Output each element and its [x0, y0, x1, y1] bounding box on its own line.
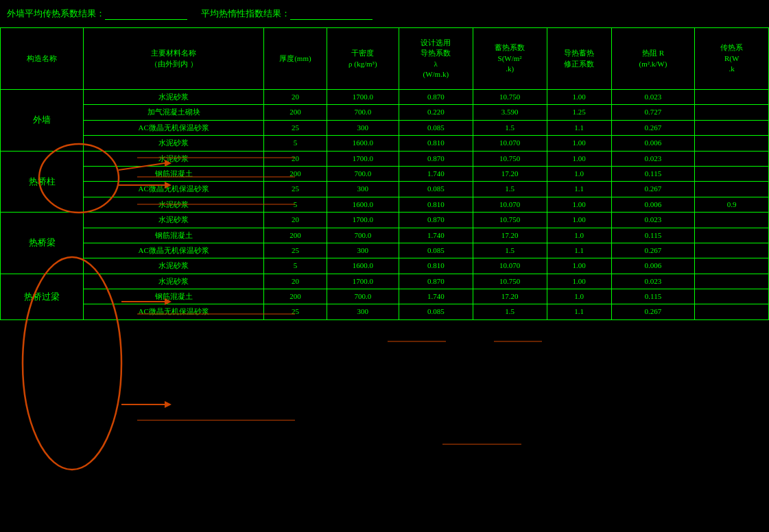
material-name: AC微晶无机保温砂浆	[84, 304, 264, 319]
density-cell: 1700.0	[327, 151, 399, 166]
col-header-density: 干密度 ρ (kg/m³)	[327, 28, 399, 90]
correction-cell: 1.00	[547, 151, 611, 166]
material-name: 水泥砂浆	[84, 197, 264, 212]
thickness-cell: 25	[264, 304, 327, 319]
correction-cell: 1.0	[547, 166, 611, 181]
correction-cell: 1.0	[547, 228, 611, 243]
correction-cell: 1.1	[547, 120, 611, 135]
page-container: 外墙平均传热系数结果： 平均热惰性指数结果： CET 构造名称	[0, 0, 769, 532]
col-header-material: 主要材料名称 （由外到内 ）	[84, 28, 264, 90]
sheat-cell: 17.20	[473, 289, 547, 304]
heattrans-cell	[695, 90, 769, 105]
lambda-cell: 0.810	[399, 136, 473, 151]
correction-cell: 1.00	[547, 90, 611, 105]
sheat-cell: 10.070	[473, 197, 547, 212]
table-row: 加气混凝土砌块200700.00.2203.5901.250.727	[1, 105, 769, 120]
heattrans-cell	[695, 258, 769, 274]
heattrans-cell	[695, 243, 769, 258]
thickness-cell: 200	[264, 166, 327, 181]
lambda-cell: 0.870	[399, 274, 473, 289]
sheat-cell: 1.5	[473, 243, 547, 258]
sheat-cell: 17.20	[473, 166, 547, 181]
material-name: 钢筋混凝土	[84, 228, 264, 243]
top-text2: 平均热惰性指数结果：	[201, 8, 290, 20]
material-name: AC微晶无机保温砂浆	[84, 120, 264, 135]
density-cell: 300	[327, 120, 399, 135]
resist-cell: 0.115	[611, 289, 694, 304]
heattrans-cell: 0.9	[695, 197, 769, 212]
col-header-correction: 导热蓄热 修正系数	[547, 28, 611, 90]
table-row: AC微晶无机保温砂浆253000.0851.51.10.267	[1, 243, 769, 258]
heattrans-cell	[695, 228, 769, 243]
top-text1: 外墙平均传热系数结果：	[7, 8, 105, 20]
hot-bridge-arrowhead2	[165, 401, 171, 408]
heattrans-cell	[695, 274, 769, 289]
heattrans-cell	[695, 120, 769, 135]
resist-cell: 0.727	[611, 105, 694, 120]
sheat-cell: 10.750	[473, 151, 547, 166]
correction-cell: 1.00	[547, 274, 611, 289]
thickness-cell: 20	[264, 213, 327, 228]
table-row: 钢筋混凝土200700.01.74017.201.00.115	[1, 289, 769, 304]
lambda-cell: 0.085	[399, 243, 473, 258]
lambda-cell: 0.085	[399, 182, 473, 197]
density-cell: 1600.0	[327, 136, 399, 151]
lambda-cell: 1.740	[399, 228, 473, 243]
lambda-cell: 0.810	[399, 197, 473, 212]
table-row: 热桥过梁水泥砂浆201700.00.87010.7501.000.023	[1, 274, 769, 289]
resist-cell: 0.267	[611, 120, 694, 135]
resist-cell: 0.023	[611, 213, 694, 228]
thickness-cell: 5	[264, 197, 327, 212]
resist-cell: 0.006	[611, 258, 694, 274]
lambda-cell: 1.740	[399, 166, 473, 181]
thickness-cell: 25	[264, 243, 327, 258]
thickness-cell: 5	[264, 136, 327, 151]
correction-cell: 1.1	[547, 182, 611, 197]
thickness-cell: 20	[264, 151, 327, 166]
correction-cell: 1.1	[547, 304, 611, 319]
table-row: 水泥砂浆51600.00.81010.0701.000.006	[1, 258, 769, 274]
material-name: 水泥砂浆	[84, 151, 264, 166]
correction-cell: 1.00	[547, 213, 611, 228]
material-name: 水泥砂浆	[84, 258, 264, 274]
correction-cell: 1.00	[547, 197, 611, 212]
density-cell: 1600.0	[327, 197, 399, 212]
col-header-name: 构造名称	[1, 28, 84, 90]
thickness-cell: 200	[264, 228, 327, 243]
lambda-cell: 0.870	[399, 213, 473, 228]
table-row: AC微晶无机保温砂浆253000.0851.51.10.267	[1, 120, 769, 135]
resist-cell: 0.023	[611, 151, 694, 166]
heattrans-cell	[695, 151, 769, 166]
sheat-cell: 17.20	[473, 228, 547, 243]
heattrans-cell	[695, 136, 769, 151]
table-row: 钢筋混凝土200700.01.74017.201.00.115	[1, 166, 769, 181]
material-name: 加气混凝土砌块	[84, 105, 264, 120]
section-cell: 外墙	[1, 90, 84, 152]
heattrans-cell	[695, 105, 769, 120]
resist-cell: 0.006	[611, 136, 694, 151]
heattrans-cell	[695, 289, 769, 304]
lambda-cell: 0.870	[399, 90, 473, 105]
col-header-sheat: 蓄热系数 S(W/m² .k)	[473, 28, 547, 90]
sheat-cell: 10.750	[473, 213, 547, 228]
sheat-cell: 10.070	[473, 258, 547, 274]
density-cell: 700.0	[327, 289, 399, 304]
sheat-cell: 10.750	[473, 90, 547, 105]
field2	[290, 8, 372, 20]
lambda-cell: 0.220	[399, 105, 473, 120]
correction-cell: 1.0	[547, 289, 611, 304]
table-row: AC微晶无机保温砂浆253000.0851.51.10.267	[1, 304, 769, 319]
correction-cell: 1.1	[547, 243, 611, 258]
lambda-cell: 1.740	[399, 289, 473, 304]
top-bar: 外墙平均传热系数结果： 平均热惰性指数结果：	[0, 0, 769, 27]
heattrans-cell	[695, 213, 769, 228]
material-name: 水泥砂浆	[84, 136, 264, 151]
sheat-cell: 1.5	[473, 304, 547, 319]
table-row: 钢筋混凝土200700.01.74017.201.00.115	[1, 228, 769, 243]
col-header-lambda: 设计选用 导热系数 λ (W/m.k)	[399, 28, 473, 90]
density-cell: 300	[327, 243, 399, 258]
resist-cell: 0.267	[611, 304, 694, 319]
density-cell: 700.0	[327, 105, 399, 120]
thickness-cell: 5	[264, 258, 327, 274]
density-cell: 700.0	[327, 228, 399, 243]
